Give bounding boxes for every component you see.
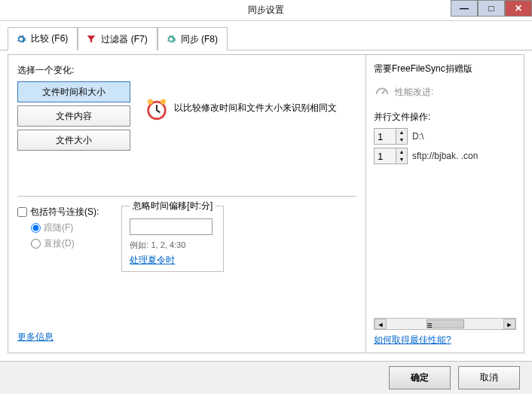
performance-label: 性能改进: [395,86,433,99]
time-offset-input[interactable] [130,218,212,235]
process-dst-link[interactable]: 处理夏令时 [130,254,175,267]
variant-description: 以比较修改时间和文件大小来识别相同文 [174,102,337,115]
choose-variant-label: 选择一个变化: [17,64,356,77]
radio-input[interactable] [31,223,41,233]
path-label: D:\ [412,131,423,142]
include-symlinks-checkbox[interactable]: 包括符号连接(S): [17,206,99,218]
scrollbar-track[interactable]: ≡ [387,319,503,329]
chevron-up-icon[interactable]: ▲ [396,148,407,156]
close-button[interactable]: ✕ [505,0,532,17]
radio-input[interactable] [31,239,41,249]
performance-row: 性能改进: [374,83,516,102]
path-label: sftp://bjbak. .con [412,151,478,161]
option-content[interactable]: 文件内容 [17,105,130,127]
parallel-row-0: ▲ ▼ D:\ [374,128,516,145]
scroll-left-button[interactable]: ◄ [375,319,387,329]
option-size[interactable]: 文件大小 [17,130,130,151]
symlink-follow-radio[interactable]: 跟随(F) [31,221,99,234]
count-spinner[interactable]: ▲ ▼ [374,148,408,164]
spinner-buttons: ▲ ▼ [396,148,408,164]
spinner-input[interactable] [374,128,396,145]
horizontal-scrollbar[interactable]: ◄ ≡ ► [374,318,516,330]
cancel-button[interactable]: 取消 [458,366,520,389]
gear-icon [16,34,26,44]
tab-label: 同步 (F8) [181,33,218,46]
spinner-input[interactable] [374,148,396,164]
maximize-button[interactable]: □ [478,0,505,17]
svg-point-2 [161,99,166,105]
spinner-buttons: ▲ ▼ [396,128,408,145]
count-spinner[interactable]: ▲ ▼ [374,128,408,145]
left-panel: 选择一个变化: 文件时间和大小 文件内容 文件大小 以比较修改时间和文件大小来识… [8,54,366,353]
time-offset-group: 忽略时间偏移[时:分] 例如: 1, 2, 4:30 处理夏令时 [121,200,224,272]
chevron-up-icon[interactable]: ▲ [396,129,407,136]
titlebar: 同步设置 — □ ✕ [0,0,532,21]
ok-button[interactable]: 确定 [389,366,451,389]
content: 选择一个变化: 文件时间和大小 文件内容 文件大小 以比较修改时间和文件大小来识… [0,47,532,361]
donation-title: 需要FreeFileSync捐赠版 [374,63,516,75]
lower-options: 包括符号连接(S): 跟随(F) 直接(D) 忽略时间偏移[时:分] 例如: 1… [17,196,356,272]
best-performance-link[interactable]: 如何取得最佳性能? [374,334,451,347]
tab-label: 比较 (F6) [31,32,68,45]
radio-label: 直接(D) [44,237,75,250]
clock-icon [144,96,170,124]
variant-buttons: 文件时间和大小 文件内容 文件大小 [17,81,130,151]
funnel-icon [86,34,96,44]
checkbox-label: 包括符号连接(S): [30,206,99,218]
chevron-down-icon[interactable]: ▼ [396,156,407,163]
right-panel: 需要FreeFileSync捐赠版 性能改进: 并行文件操作: ▲ ▼ D:\ [366,54,524,353]
dialog-footer: 确定 取消 [0,361,532,394]
checkbox-input[interactable] [17,207,27,217]
symlink-group: 包括符号连接(S): 跟随(F) 直接(D) [17,206,99,272]
option-time-size[interactable]: 文件时间和大小 [17,81,130,102]
offset-legend: 忽略时间偏移[时:分] [130,200,216,212]
parallel-row-1: ▲ ▼ sftp://bjbak. .con [374,148,516,164]
chevron-down-icon[interactable]: ▼ [396,136,407,144]
window-controls: — □ ✕ [451,0,532,17]
gauge-icon [374,83,390,102]
svg-point-1 [148,99,153,105]
symlink-direct-radio[interactable]: 直接(D) [31,237,99,250]
scroll-right-button[interactable]: ► [503,319,515,329]
gear-icon [166,34,176,44]
more-info-link[interactable]: 更多信息 [17,331,54,344]
minimize-button[interactable]: — [451,0,478,17]
offset-example: 例如: 1, 2, 4:30 [130,240,216,251]
scrollbar-thumb[interactable]: ≡ [427,319,464,328]
tab-label: 过滤器 (F7) [101,33,147,46]
radio-label: 跟随(F) [44,221,73,234]
parallel-ops-label: 并行文件操作: [374,111,516,124]
